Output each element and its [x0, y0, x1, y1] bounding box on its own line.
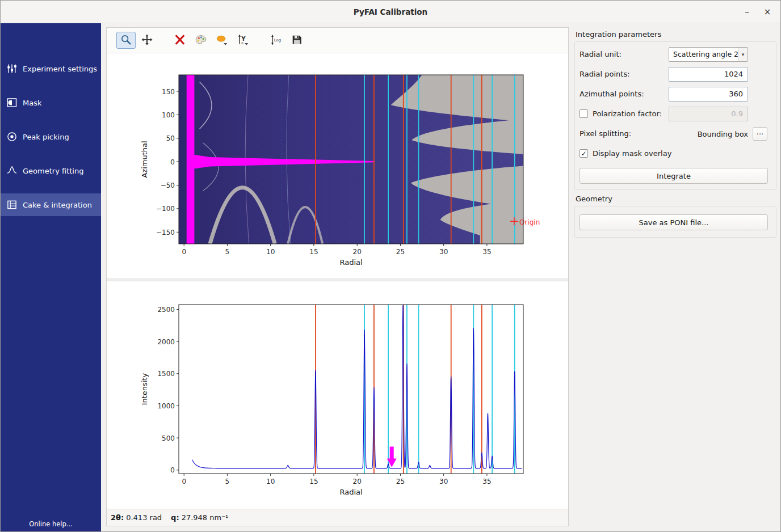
pan-button[interactable]: [137, 32, 157, 49]
svg-text:500: 500: [162, 434, 175, 442]
svg-text:Log: Log: [274, 38, 281, 43]
sidebar-item-peak-picking[interactable]: Peak picking: [1, 125, 101, 148]
svg-text:15: 15: [309, 248, 318, 256]
svg-text:30: 30: [439, 248, 448, 256]
log-icon: Log: [270, 33, 282, 48]
close-button[interactable]: ×: [760, 5, 775, 19]
svg-text:Radial: Radial: [339, 488, 362, 496]
sidebar-item-experiment-settings[interactable]: Experiment settings: [1, 57, 101, 80]
svg-text:−50: −50: [161, 181, 175, 189]
radial-points-input[interactable]: [669, 67, 748, 82]
svg-text:15: 15: [309, 478, 318, 485]
radial-points-label: Radial points:: [580, 70, 630, 78]
geometry-section: Geometry Save as PONI file...: [574, 195, 776, 238]
orange-ellipse-icon: [216, 33, 228, 48]
pixel-splitting-row: Pixel splitting: Bounding box ...: [575, 124, 776, 143]
svg-text:1000: 1000: [157, 402, 175, 410]
svg-text:0: 0: [182, 248, 186, 256]
minimize-button[interactable]: –: [740, 5, 754, 19]
mask-tool-button[interactable]: [212, 32, 232, 49]
integration-parameters-section: Integration parameters Radial unit: Scat…: [574, 30, 776, 190]
target-icon: [6, 131, 18, 142]
mask-overlay-label: Display mask overlay: [593, 149, 671, 158]
radial-unit-select[interactable]: Scattering angle 2 ▾: [669, 47, 748, 62]
svg-text:30: 30: [439, 478, 448, 485]
azimuthal-points-label: Azimuthal points:: [580, 90, 644, 98]
polarization-checkbox[interactable]: [580, 109, 588, 118]
online-help-link[interactable]: Online help...: [1, 520, 101, 528]
mask-overlay-row: Display mask overlay: [575, 143, 776, 163]
mask-overlay-checkbox[interactable]: [580, 149, 588, 158]
svg-text:20: 20: [353, 478, 362, 485]
svg-text:50: 50: [166, 134, 175, 142]
pixel-splitting-more-button[interactable]: ...: [753, 127, 767, 141]
sliders-icon: [6, 63, 18, 74]
svg-text:5: 5: [225, 248, 230, 256]
svg-text:Intensity: Intensity: [140, 373, 149, 405]
svg-text:2500: 2500: [157, 306, 175, 314]
azimuthal-points-input[interactable]: [669, 87, 748, 102]
cake-icon: [6, 199, 18, 210]
save-button[interactable]: [287, 32, 306, 49]
two-theta-value: 0.413 rad: [126, 513, 162, 522]
window-controls: – ×: [740, 1, 775, 23]
svg-text:1500: 1500: [157, 370, 175, 378]
svg-text:2000: 2000: [157, 338, 175, 346]
svg-text:−150: −150: [156, 229, 175, 237]
pan-icon: [141, 33, 153, 48]
svg-text:Radial: Radial: [339, 258, 362, 267]
red-cross-icon: [174, 33, 186, 48]
svg-text:0: 0: [241, 41, 243, 45]
axes-mode-button[interactable]: Y0: [233, 32, 253, 49]
sidebar-item-mask[interactable]: Mask: [1, 91, 101, 114]
sidebar: Experiment settingsMaskPeak pickingGeome…: [1, 23, 101, 532]
app-window: PyFAI Calibration – × Experiment setting…: [0, 0, 781, 532]
svg-text:35: 35: [482, 478, 491, 485]
sidebar-item-cake-integration[interactable]: Cake & integration: [1, 193, 101, 216]
geometry-group: Save as PONI file...: [574, 206, 776, 238]
pixel-splitting-value: Bounding box: [698, 129, 748, 138]
sidebar-item-label: Cake & integration: [23, 201, 92, 209]
titlebar: PyFAI Calibration – ×: [1, 1, 780, 23]
sidebar-items: Experiment settingsMaskPeak pickingGeome…: [1, 23, 101, 216]
svg-text:35: 35: [482, 248, 491, 256]
svg-text:150: 150: [162, 88, 175, 96]
sidebar-item-geometry-fitting[interactable]: Geometry fitting: [1, 159, 101, 182]
radial-unit-label: Radial unit:: [580, 50, 622, 58]
geometry-title: Geometry: [574, 195, 776, 203]
azimuthal-points-row: Azimuthal points:: [575, 84, 776, 104]
svg-text:25: 25: [396, 248, 405, 256]
palette-icon: [195, 33, 207, 48]
q-label: q:: [171, 513, 179, 522]
sidebar-item-label: Mask: [23, 99, 41, 107]
svg-text:−100: −100: [156, 205, 175, 213]
pixel-splitting-label: Pixel splitting:: [580, 129, 631, 138]
svg-text:10: 10: [266, 248, 275, 256]
radial-unit-row: Radial unit: Scattering angle 2 ▾: [575, 44, 776, 64]
sidebar-item-label: Geometry fitting: [23, 167, 83, 175]
clear-button[interactable]: [170, 32, 190, 49]
cake-image: [179, 75, 523, 244]
integration-1d-plot[interactable]: 0510152025303505001000150020002500Radial…: [107, 281, 568, 509]
radial-unit-value: Scattering angle 2: [669, 50, 738, 58]
mask-icon: [6, 97, 18, 108]
two-theta-label: 2θ:: [111, 513, 124, 522]
save-poni-button[interactable]: Save as PONI file...: [580, 214, 768, 230]
svg-text:Azimuthal: Azimuthal: [140, 141, 149, 178]
colormap-button[interactable]: [191, 32, 211, 49]
radial-points-row: Radial points:: [575, 64, 776, 84]
svg-text:20: 20: [353, 248, 362, 256]
log-scale-button[interactable]: Log: [266, 32, 285, 49]
toolbar: Y0Log: [107, 28, 568, 53]
q-value: 27.948 nm⁻¹: [182, 513, 229, 522]
curve-icon: [6, 165, 18, 176]
svg-text:0: 0: [170, 466, 175, 474]
svg-text:100: 100: [162, 111, 175, 119]
integration-parameters-group: Radial unit: Scattering angle 2 ▾ Radial…: [574, 41, 776, 190]
statusbar: 2θ: 0.413 rad q: 27.948 nm⁻¹: [107, 509, 568, 526]
integrate-button[interactable]: Integrate: [580, 168, 768, 184]
sidebar-item-label: Experiment settings: [23, 65, 97, 73]
zoom-button[interactable]: [116, 32, 136, 49]
cake-2d-plot[interactable]: Origin05101520253035−150−100−50050100150…: [107, 53, 568, 278]
polarization-label: Polarization factor:: [593, 109, 662, 118]
